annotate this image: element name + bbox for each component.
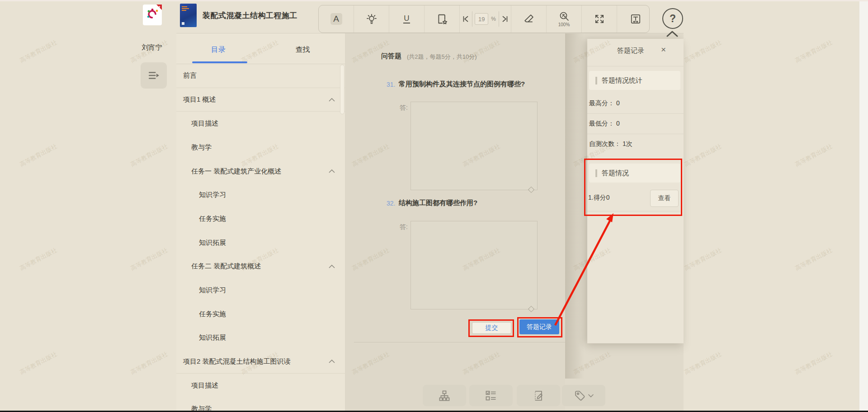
menu-arrow-icon (147, 70, 160, 81)
brightness-button[interactable] (354, 5, 389, 33)
close-icon[interactable]: × (661, 45, 666, 54)
toc-item-knowledge-expand-2[interactable]: 知识拓展 (176, 326, 345, 350)
text-size-button[interactable] (617, 5, 654, 33)
help-button[interactable]: ? (662, 8, 683, 29)
watermark-text: 高等教育出版社 (786, 34, 841, 69)
tab-search[interactable]: 查找 (260, 45, 345, 55)
zoom-percent-button[interactable]: 100% (547, 5, 582, 33)
font-settings-button[interactable]: A (319, 5, 354, 33)
underline-icon: U (403, 14, 410, 23)
reader-toolbar: A U (318, 5, 650, 33)
toc-item-task2[interactable]: 任务二 装配式建筑概述 (176, 255, 345, 279)
watermark-text: 高等教育出版社 (121, 138, 177, 173)
chevron-down-icon (588, 394, 594, 398)
header-divider (176, 33, 684, 33)
watermark-text: 高等教育出版社 (10, 34, 66, 69)
quiz-section-title: 问答题 (381, 52, 401, 61)
watermark-text: 高等教育出版社 (10, 242, 66, 277)
book-cover-thumbnail (180, 4, 197, 27)
submit-button[interactable]: 提交 (472, 322, 511, 334)
watermark-text: 高等教育出版社 (121, 242, 177, 277)
answer-status-section-header: 答题情况 (589, 164, 680, 183)
toc-item-teach-learn[interactable]: 教与学 (176, 136, 345, 159)
stat-row-test-count: 自测次数：1次 (589, 140, 632, 148)
watermark-text: 高等教育出版社 (121, 346, 177, 381)
notebook-pencil-icon (532, 389, 545, 402)
active-tab-underline (192, 61, 247, 63)
toc-item-task-implement-2[interactable]: 任务实施 (176, 302, 345, 326)
bookmark-button[interactable] (425, 5, 460, 33)
toc-item-teach-learn-2[interactable]: 教与学 (176, 398, 345, 412)
tab-catalog[interactable]: 目录 (176, 45, 260, 55)
drawer-divider (587, 66, 684, 66)
sitemap-icon (438, 389, 451, 402)
page-percent-field[interactable]: 19 % (472, 11, 499, 27)
chevron-up-icon (329, 265, 335, 268)
zoom-magnifier-icon (559, 11, 570, 22)
question-text: 结构施工图都有哪些作用? (399, 199, 477, 207)
toc-item-knowledge-expand[interactable]: 知识拓展 (176, 231, 345, 255)
sidebar-toggle-button[interactable] (141, 62, 167, 89)
scrollbar-track[interactable] (859, 0, 868, 412)
toc-item-preface[interactable]: 前言 (176, 64, 345, 88)
window-top-edge (0, 0, 868, 1)
eraser-icon (523, 13, 535, 25)
stat-row-max-score: 最高分：0 (589, 99, 620, 108)
question-number: 31. (387, 81, 395, 88)
quiz-list-button[interactable] (469, 385, 513, 406)
stats-section-header: 答题情况统计 (589, 71, 680, 90)
section-marker-bar (595, 169, 597, 177)
underline-button[interactable]: U (389, 5, 425, 33)
tag-icon (574, 389, 586, 402)
toc-item-project-desc-2[interactable]: 项目描述 (176, 374, 345, 398)
toc-item-task-implement[interactable]: 任务实施 (176, 207, 345, 231)
ebook-reader-app: 刘宵宁 装配式混凝土结构工程施工 A (0, 0, 868, 412)
notes-button[interactable] (517, 385, 560, 406)
toc-item-project2[interactable]: 项目2 装配式混凝土结构施工图识读 (176, 350, 345, 374)
question-number: 32. (387, 200, 395, 207)
page-edge-shadow (565, 33, 584, 379)
watermark-text: 高等教育出版社 (786, 346, 841, 381)
watermark-text: 高等教育出版社 (10, 138, 66, 173)
publisher-logo (143, 5, 162, 25)
go-first-button[interactable] (460, 11, 472, 27)
view-button[interactable]: 查看 (650, 190, 679, 207)
record-score-text: 1.得分0 (588, 194, 609, 202)
page-progress-control: 19 % (460, 5, 511, 33)
labels-button[interactable] (562, 385, 605, 406)
book-title: 装配式混凝土结构工程施工 (203, 10, 297, 21)
question-mark-icon: ? (670, 13, 676, 25)
chevron-up-icon (329, 98, 335, 102)
font-icon: A (330, 13, 342, 25)
percent-sign: % (491, 16, 496, 22)
watermark-text: 高等教育出版社 (786, 242, 841, 277)
page-percent-value[interactable]: 19 (475, 13, 488, 25)
bookmark-star-icon (436, 13, 448, 25)
quiz-section-meta: (共2题，每题5分，共10分) (407, 53, 477, 61)
answer-textarea-1[interactable] (410, 102, 538, 190)
zoom-level-label: 100% (558, 22, 570, 27)
chevron-up-icon (329, 360, 335, 363)
content-divider (354, 342, 565, 342)
section-marker-bar (595, 77, 597, 84)
toc-scrollbar[interactable] (340, 65, 344, 114)
toc-item-knowledge-study-2[interactable]: 知识学习 (176, 278, 345, 302)
user-name: 刘宵宁 (134, 43, 170, 52)
chevron-up-icon (665, 30, 679, 38)
eraser-button[interactable] (511, 5, 547, 33)
toc-list: 前言 项目1 概述 项目描述 教与学 任务一 装配式建筑产业化概述 知识学习 任… (176, 64, 345, 412)
drawer-title: 答题记录 (606, 47, 656, 55)
toc-item-knowledge-study[interactable]: 知识学习 (176, 183, 345, 207)
collapse-toolbar-button[interactable] (665, 30, 679, 38)
answer-textarea-2[interactable] (410, 221, 538, 309)
watermark-text: 高等教育出版社 (786, 138, 841, 173)
toc-item-task1[interactable]: 任务一 装配式建筑产业化概述 (176, 159, 345, 183)
drawer-divider (587, 113, 684, 114)
fullscreen-button[interactable] (582, 5, 617, 33)
drawer-divider (587, 134, 684, 134)
toc-item-project1[interactable]: 项目1 概述 (176, 88, 345, 112)
go-last-button[interactable] (499, 11, 511, 27)
toc-item-project-desc[interactable]: 项目描述 (176, 112, 345, 136)
answer-record-button[interactable]: 答题记录 (519, 319, 559, 334)
mindmap-button[interactable] (423, 385, 466, 406)
